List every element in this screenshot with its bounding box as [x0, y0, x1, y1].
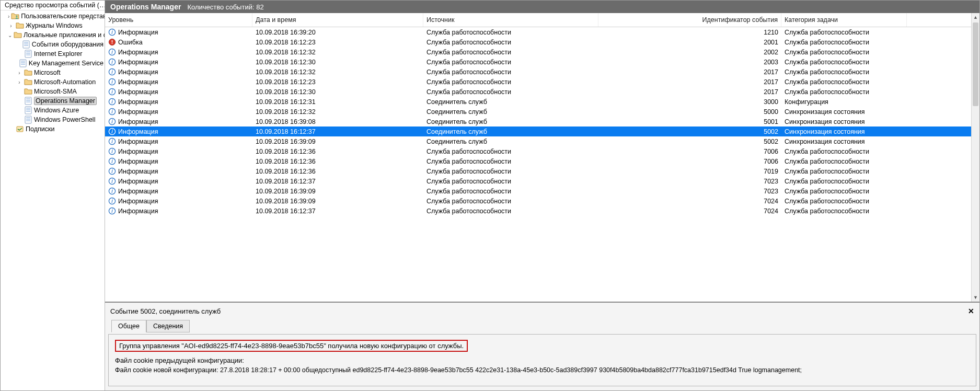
col-task-cat[interactable]: Категория задачи: [781, 13, 907, 27]
info-icon: i: [108, 187, 116, 195]
cell-level: iИнформация: [105, 197, 252, 205]
tree-node[interactable]: Key Management Service: [1, 59, 105, 68]
level-text: Информация: [118, 98, 158, 106]
tree-node[interactable]: ⌄Локальные приложения и с…: [1, 30, 105, 40]
tree-node[interactable]: Windows Azure: [1, 106, 105, 115]
svg-text:i: i: [111, 207, 113, 214]
cell-datetime: 10.09.2018 16:12:23: [252, 78, 423, 86]
level-text: Информация: [118, 128, 158, 135]
event-row[interactable]: iИнформация10.09.2018 16:12:23Служба раб…: [105, 77, 971, 87]
info-icon: i: [108, 177, 116, 185]
main: Operations Manager Количество событий: 8…: [105, 1, 979, 390]
event-row[interactable]: iИнформация10.09.2018 16:39:08Соединител…: [105, 117, 971, 126]
col-datetime[interactable]: Дата и время: [252, 13, 423, 27]
cell-source: Соединитель служб: [423, 98, 598, 106]
details-pane: Событие 5002, соединитель служб ✕ Общее …: [105, 302, 979, 390]
cell-datetime: 10.09.2018 16:12:31: [252, 98, 423, 106]
event-row[interactable]: iИнформация10.09.2018 16:12:36Служба раб…: [105, 146, 971, 156]
cell-source: Служба работоспособности: [423, 178, 598, 185]
event-row[interactable]: iИнформация10.09.2018 16:12:37Служба раб…: [105, 206, 971, 216]
svg-text:i: i: [111, 197, 113, 204]
event-row[interactable]: iИнформация10.09.2018 16:12:36Служба раб…: [105, 166, 971, 176]
tree-node[interactable]: Internet Explorer: [1, 49, 105, 59]
cell-event-id: 2017: [598, 88, 781, 96]
level-text: Информация: [118, 148, 158, 155]
svg-rect-31: [112, 40, 113, 43]
level-text: Информация: [118, 198, 158, 205]
event-row[interactable]: iИнформация10.09.2018 16:12:32Служба раб…: [105, 47, 971, 57]
cell-task-category: Служба работоспособности: [781, 148, 907, 155]
tree-node[interactable]: ›Microsoft: [1, 68, 105, 77]
info-icon: i: [108, 58, 116, 66]
tree-node[interactable]: Windows PowerShell: [1, 115, 105, 124]
cell-datetime: 10.09.2018 16:12:30: [252, 88, 423, 96]
cell-source: Соединитель служб: [423, 138, 598, 145]
twisty-icon[interactable]: ›: [8, 23, 14, 29]
event-row[interactable]: iИнформация10.09.2018 16:39:09Соединител…: [105, 136, 971, 146]
cell-event-id: 2017: [598, 78, 781, 86]
event-row[interactable]: Ошибка10.09.2018 16:12:23Служба работосп…: [105, 37, 971, 47]
svg-text:i: i: [111, 98, 113, 105]
tree-node[interactable]: События оборудования: [1, 40, 105, 49]
close-icon[interactable]: ✕: [968, 307, 974, 315]
cell-source: Служба работоспособности: [423, 78, 598, 86]
col-source[interactable]: Источник: [423, 13, 598, 27]
tree: ›Пользовательские представ…›Журналы Wind…: [1, 10, 105, 135]
twisty-icon[interactable]: ›: [16, 79, 22, 85]
event-row[interactable]: iИнформация10.09.2018 16:39:20Служба раб…: [105, 27, 971, 37]
event-row[interactable]: iИнформация10.09.2018 16:39:09Служба раб…: [105, 186, 971, 196]
twisty-icon[interactable]: ›: [8, 14, 9, 19]
cell-task-category: Служба работоспособности: [781, 29, 907, 36]
event-row[interactable]: iИнформация10.09.2018 16:39:09Служба раб…: [105, 196, 971, 206]
scroll-thumb[interactable]: [973, 22, 978, 106]
svg-text:i: i: [111, 48, 113, 55]
event-row[interactable]: iИнформация10.09.2018 16:12:32Соединител…: [105, 107, 971, 117]
twisty-icon[interactable]: ⌄: [8, 32, 12, 38]
level-text: Информация: [118, 138, 158, 145]
cell-event-id: 7024: [598, 198, 781, 205]
log-icon: [22, 40, 30, 49]
level-text: Информация: [118, 108, 158, 116]
tab-general[interactable]: Общее: [111, 320, 146, 332]
cell-datetime: 10.09.2018 16:39:09: [252, 138, 423, 145]
level-text: Информация: [118, 168, 158, 175]
tree-node[interactable]: ›Пользовательские представ…: [1, 12, 105, 21]
scroll-down-btn[interactable]: ▼: [972, 293, 979, 302]
svg-text:i: i: [111, 167, 113, 174]
scroll-up-btn[interactable]: ▲: [972, 13, 979, 21]
cell-event-id: 7019: [598, 168, 781, 175]
cell-source: Соединитель служб: [423, 118, 598, 125]
tree-node-label: Microsoft-SMA: [34, 88, 77, 95]
level-text: Информация: [118, 78, 158, 86]
tree-node[interactable]: ›Microsoft-Automation: [1, 77, 105, 87]
event-row[interactable]: iИнформация10.09.2018 16:12:30Служба раб…: [105, 87, 971, 97]
svg-text:i: i: [111, 108, 113, 114]
cell-event-id: 7006: [598, 148, 781, 155]
event-grid: Уровень Дата и время Источник Идентифика…: [105, 13, 979, 302]
info-icon: i: [108, 98, 116, 106]
tree-node-label: Operations Manager: [34, 97, 97, 105]
cell-event-id: 5002: [598, 138, 781, 145]
cell-task-category: Служба работоспособности: [781, 208, 907, 215]
event-row[interactable]: iИнформация10.09.2018 16:12:32Служба раб…: [105, 67, 971, 77]
svg-rect-19: [25, 107, 31, 114]
col-event-id[interactable]: Идентификатор события: [598, 13, 781, 27]
event-row[interactable]: iИнформация10.09.2018 16:12:36Служба раб…: [105, 156, 971, 166]
twisty-icon[interactable]: ›: [16, 70, 22, 76]
cell-datetime: 10.09.2018 16:12:23: [252, 39, 423, 46]
cell-event-id: 1210: [598, 29, 781, 36]
cell-task-category: Служба работоспособности: [781, 39, 907, 46]
event-row[interactable]: iИнформация10.09.2018 16:12:37Соединител…: [105, 126, 971, 136]
tree-node[interactable]: Operations Manager: [1, 96, 105, 106]
tab-details[interactable]: Сведения: [146, 320, 190, 332]
event-row[interactable]: iИнформация10.09.2018 16:12:30Служба раб…: [105, 57, 971, 67]
tree-node[interactable]: ›Журналы Windows: [1, 21, 105, 30]
vertical-scrollbar[interactable]: ▲ ▼: [971, 13, 979, 302]
tree-node[interactable]: Подписки: [1, 124, 105, 134]
tree-node-label: Key Management Service: [29, 60, 103, 67]
new-cookie-label: Файл cookie новой конфигурации:: [115, 366, 218, 374]
tree-node[interactable]: Microsoft-SMA: [1, 87, 105, 96]
col-level[interactable]: Уровень: [105, 13, 252, 27]
event-row[interactable]: iИнформация10.09.2018 16:12:37Служба раб…: [105, 176, 971, 186]
event-row[interactable]: iИнформация10.09.2018 16:12:31Соединител…: [105, 97, 971, 107]
